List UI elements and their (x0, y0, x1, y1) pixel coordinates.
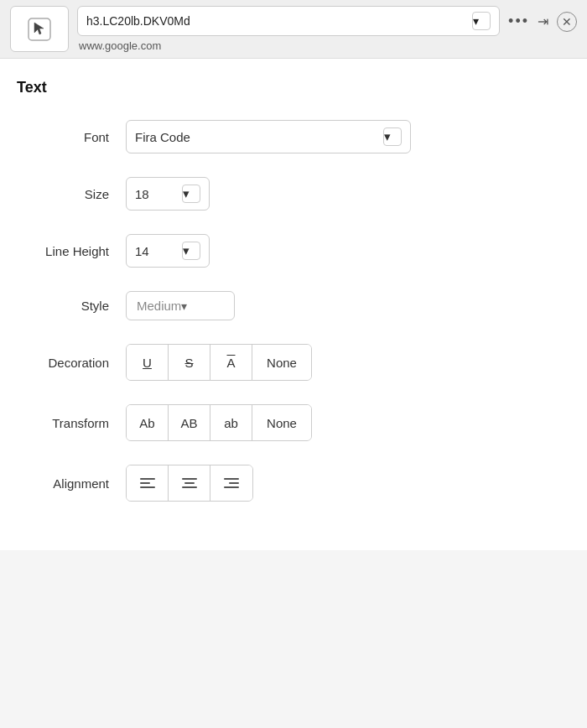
decoration-row: Decoration U S A None (17, 344, 570, 381)
url-display: www.google.com (77, 39, 500, 52)
header-actions: ••• ⇥ ✕ (508, 12, 577, 47)
decoration-strikethrough-button[interactable]: S (169, 345, 210, 380)
line-height-dropdown-arrow[interactable]: ▾ (182, 242, 200, 260)
transform-none-label: None (267, 416, 297, 430)
close-button[interactable]: ✕ (557, 12, 577, 32)
split-view-icon[interactable]: ⇥ (538, 13, 548, 29)
uppercase-icon: AB (180, 416, 197, 430)
decoration-none-label: None (267, 356, 297, 370)
selector-dropdown-arrow[interactable]: ▾ (472, 12, 491, 30)
transform-label: Transform (17, 416, 126, 430)
line-height-label: Line Height (17, 244, 126, 258)
overline-icon: A (226, 356, 235, 370)
align-center-button[interactable] (169, 465, 210, 501)
transform-control: Ab AB ab None (126, 404, 570, 441)
section-title: Text (17, 79, 570, 96)
size-row: Size 18 ▾ (17, 177, 570, 211)
selector-dropdown[interactable]: h3.LC20lb.DKV0Md ▾ (77, 6, 500, 36)
style-value: Medium (137, 299, 181, 313)
chevron-down-icon: ▾ (384, 129, 401, 144)
transform-title-case-button[interactable]: Ab (127, 405, 169, 440)
decoration-underline-button[interactable]: U (127, 345, 169, 380)
font-select-dropdown[interactable]: Fira Code ▾ (126, 120, 411, 153)
line-height-value: 14 (135, 244, 182, 258)
style-label: Style (17, 299, 126, 313)
lowercase-icon: ab (224, 416, 238, 430)
title-case-icon: Ab (139, 416, 154, 430)
alignment-control (126, 465, 570, 502)
decoration-none-button[interactable]: None (252, 345, 311, 380)
header: h3.LC20lb.DKV0Md ▾ www.google.com ••• ⇥ … (0, 0, 587, 59)
transform-none-button[interactable]: None (252, 405, 311, 440)
line-height-control: 14 ▾ (126, 234, 570, 268)
selector-value: h3.LC20lb.DKV0Md (86, 14, 465, 28)
underline-icon: U (143, 356, 152, 370)
align-right-button[interactable] (210, 465, 252, 501)
font-label: Font (17, 130, 126, 144)
transform-button-group: Ab AB ab None (126, 404, 312, 441)
decoration-overline-button[interactable]: A (210, 345, 252, 380)
size-control: 18 ▾ (126, 177, 570, 211)
main-panel: Text Font Fira Code ▾ Size 18 ▾ Line Hei… (0, 59, 587, 550)
close-icon: ✕ (562, 15, 572, 29)
font-dropdown-arrow[interactable]: ▾ (383, 127, 402, 146)
align-right-icon (224, 478, 239, 488)
style-row: Style Medium (17, 291, 570, 320)
font-control: Fira Code ▾ (126, 120, 570, 153)
alignment-row: Alignment (17, 465, 570, 502)
align-left-icon (140, 478, 155, 488)
decoration-button-group: U S A None (126, 344, 312, 381)
more-options-button[interactable]: ••• (508, 13, 529, 30)
line-height-select-dropdown[interactable]: 14 ▾ (126, 234, 210, 268)
decoration-label: Decoration (17, 356, 126, 370)
font-row: Font Fira Code ▾ (17, 120, 570, 153)
transform-row: Transform Ab AB ab None (17, 404, 570, 441)
size-dropdown-arrow[interactable]: ▾ (182, 185, 200, 203)
cursor-icon (26, 16, 53, 43)
style-select-dropdown[interactable]: Medium (126, 291, 235, 320)
selector-icon-box[interactable] (10, 6, 69, 52)
font-value: Fira Code (135, 130, 383, 144)
chevron-icon: ▾ (473, 14, 490, 28)
style-chevron-icon (181, 299, 224, 313)
align-center-icon (182, 478, 197, 488)
chevron-down-icon: ▾ (183, 186, 200, 201)
alignment-label: Alignment (17, 476, 126, 491)
chevron-down-icon: ▾ (183, 243, 200, 258)
line-height-row: Line Height 14 ▾ (17, 234, 570, 268)
size-label: Size (17, 187, 126, 201)
size-select-dropdown[interactable]: 18 ▾ (126, 177, 210, 211)
transform-uppercase-button[interactable]: AB (169, 405, 210, 440)
strikethrough-icon: S (184, 356, 193, 370)
style-control: Medium (126, 291, 570, 320)
header-center: h3.LC20lb.DKV0Md ▾ www.google.com (77, 6, 500, 52)
alignment-button-group (126, 465, 253, 502)
transform-lowercase-button[interactable]: ab (210, 405, 252, 440)
align-left-button[interactable] (127, 465, 169, 501)
decoration-control: U S A None (126, 344, 570, 381)
size-value: 18 (135, 187, 182, 201)
